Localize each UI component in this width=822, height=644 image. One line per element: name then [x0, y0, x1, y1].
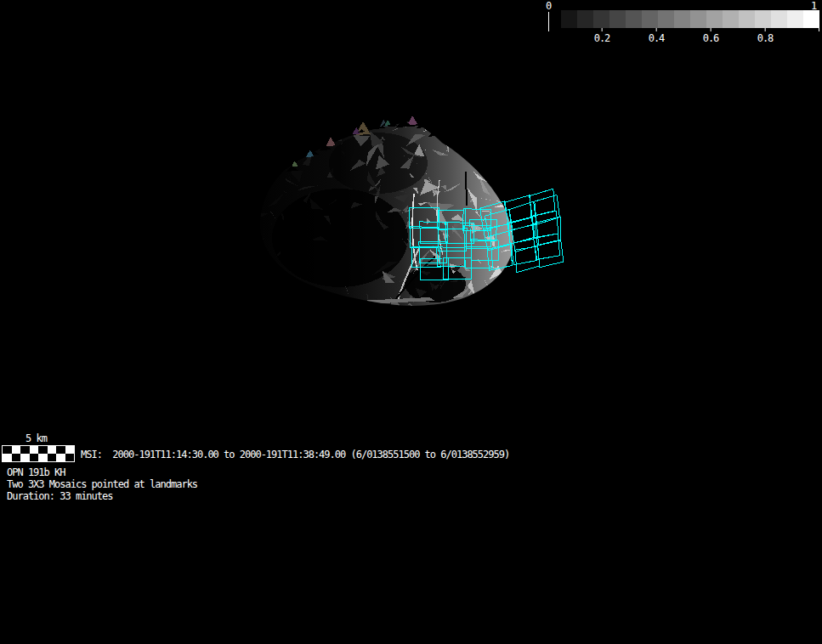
scale-bar-cell: [65, 446, 75, 454]
scale-bar-cell: [48, 454, 57, 461]
colorbar-step: [771, 10, 787, 28]
colorbar-step: [626, 10, 642, 28]
colorbar-gradient-strip: [561, 10, 819, 28]
scale-bar-cell: [38, 454, 48, 461]
tick-mark: [602, 28, 603, 31]
colorbar-zero-tickline: [548, 12, 549, 31]
scale-bar-cell: [20, 446, 30, 454]
asteroid-body: [238, 102, 578, 323]
annotation-opn: OPN 191b KH: [7, 466, 197, 478]
annotation-duration: Duration: 33 minutes: [7, 490, 197, 502]
colorbar-tick-0.4: 0.4: [649, 28, 665, 44]
application-window: { "colorbar": { "min_label": "0", "max_l…: [0, 0, 822, 644]
colorbar-step: [577, 10, 593, 28]
colorbar-step: [658, 10, 674, 28]
colorbar-step: [609, 10, 626, 28]
scale-bar-cell: [56, 446, 65, 454]
colorbar-step: [690, 10, 706, 28]
scale-bar-cell: [30, 454, 39, 461]
scale-bar-cell: [12, 454, 21, 461]
colorbar-step: [642, 10, 658, 28]
colorbar-step: [787, 10, 803, 28]
scale-bar-cell: [65, 454, 75, 461]
scale-bar-cell: [48, 446, 57, 454]
colorbar-min-label: 0: [546, 0, 552, 12]
scale-bar-label: 5 km: [26, 432, 47, 444]
scale-bar-cell: [56, 454, 65, 461]
scale-bar-checker: [2, 445, 75, 462]
annotation-block: OPN 191b KH Two 3X3 Mosaics pointed at l…: [7, 466, 197, 502]
colorbar-step: [803, 10, 819, 28]
asteroid-render-viewport: [238, 102, 578, 323]
annotation-mosaics: Two 3X3 Mosaics pointed at landmarks: [7, 478, 197, 490]
colorbar-step: [739, 10, 755, 28]
shadow-void-left: [272, 189, 408, 287]
scale-bar-cell: [3, 446, 12, 454]
colorbar-tick-0.6: 0.6: [703, 28, 719, 44]
colorbar-tick-0.2: 0.2: [594, 28, 610, 44]
scale-bar-cell: [12, 446, 21, 454]
colorbar-step: [706, 10, 723, 28]
colorbar-step: [755, 10, 771, 28]
scale-bar-cell: [30, 446, 39, 454]
scale-bar-cell: [20, 454, 30, 461]
colorbar-tick-0.8: 0.8: [757, 28, 774, 44]
colorbar-step: [561, 10, 577, 28]
tick-mark: [711, 28, 711, 31]
colorbar-step: [593, 10, 609, 28]
tick-mark: [765, 28, 766, 31]
status-line: MSI: 2000-191T11:14:30.00 to 2000-191T11…: [81, 449, 509, 460]
colorbar-step: [674, 10, 690, 28]
tick-mark: [656, 28, 657, 31]
colorbar-step: [723, 10, 739, 28]
scale-bar-cell: [38, 446, 48, 454]
crack-line: [466, 172, 467, 206]
scale-bar-cell: [3, 454, 12, 461]
